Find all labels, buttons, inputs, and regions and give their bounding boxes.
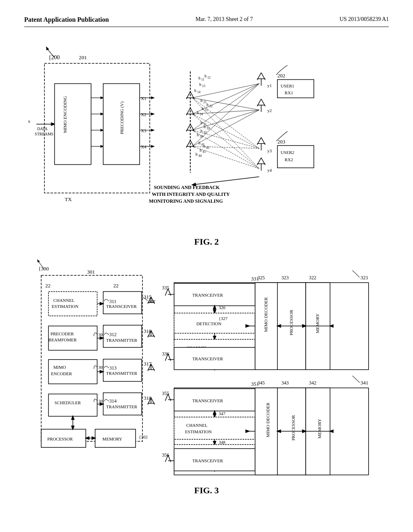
svg-line-84: [192, 146, 259, 168]
svg-text:h: h: [200, 98, 202, 103]
svg-text:DETECTION: DETECTION: [196, 321, 221, 326]
svg-text:h: h: [196, 152, 198, 156]
svg-text:MEMORY: MEMORY: [317, 419, 322, 438]
svg-text:USER2: USER2: [281, 150, 294, 155]
svg-text:348: 348: [219, 440, 225, 445]
svg-text:SOUNDING AND FEEDBACK: SOUNDING AND FEEDBACK: [154, 185, 220, 190]
svg-text:s: s: [28, 118, 30, 124]
svg-text:X2: X2: [141, 112, 146, 117]
svg-text:{300: {300: [38, 266, 49, 272]
svg-text:22: 22: [113, 283, 119, 289]
svg-text:356: 356: [162, 452, 169, 458]
svg-text:y4: y4: [267, 168, 272, 172]
svg-text:STREAMS: STREAMS: [35, 132, 53, 136]
svg-text:ENCODER: ENCODER: [51, 371, 72, 376]
svg-text:347: 347: [219, 411, 225, 416]
svg-text:325: 325: [258, 275, 265, 281]
svg-text:SCHEDULER: SCHEDULER: [54, 400, 81, 405]
svg-text:202: 202: [277, 73, 286, 79]
svg-text:MEMORY: MEMORY: [102, 436, 122, 441]
svg-rect-8: [54, 83, 91, 164]
svg-text:311: 311: [109, 299, 117, 304]
fig2-area: {200 201 TX s DATA STREAMS MIMO ENCODING: [24, 39, 389, 247]
svg-text:h: h: [199, 82, 201, 87]
svg-text:{302: {302: [139, 434, 148, 439]
svg-text:MIMO DECODER: MIMO DECODER: [263, 297, 268, 332]
svg-text:322: 322: [309, 275, 316, 281]
svg-text:TX: TX: [65, 196, 72, 202]
svg-text:WITH INTEGRITY AND QUALITY: WITH INTEGRITY AND QUALITY: [152, 191, 230, 197]
svg-text:21: 21: [203, 100, 206, 104]
svg-text:h: h: [206, 102, 209, 107]
header-right: US 2013/0058239 A1: [340, 16, 389, 23]
header-center: Mar. 7, 2013 Sheet 2 of 7: [196, 16, 253, 23]
svg-text:PROCESSOR: PROCESSOR: [291, 415, 296, 441]
svg-text:317: 317: [144, 361, 152, 367]
svg-text:TRANSCEIVER: TRANSCEIVER: [192, 458, 223, 463]
svg-text:h: h: [194, 88, 196, 93]
svg-text:ESTIMATION: ESTIMATION: [52, 304, 78, 309]
svg-text:h: h: [200, 148, 202, 152]
svg-text:ESTIMATION: ESTIMATION: [185, 429, 212, 434]
svg-text:PROCESSOR: PROCESSOR: [289, 310, 294, 335]
svg-text:h: h: [198, 76, 200, 80]
svg-text:MIMO ENCODING: MIMO ENCODING: [63, 96, 67, 133]
svg-text:342: 342: [309, 380, 316, 386]
svg-text:TRANSMITTER: TRANSMITTER: [106, 338, 138, 343]
svg-text:RX2: RX2: [285, 157, 293, 162]
svg-text:24: 24: [200, 112, 203, 116]
fig2-label: FIG. 2: [24, 237, 389, 247]
svg-text:DATA: DATA: [37, 127, 48, 131]
svg-text:326: 326: [219, 305, 225, 310]
svg-text:X1: X1: [141, 96, 146, 101]
svg-text:y2: y2: [267, 108, 272, 113]
svg-rect-110: [277, 145, 314, 168]
svg-text:355: 355: [162, 391, 169, 396]
svg-text:PRECODER: PRECODER: [50, 331, 74, 336]
svg-text:314: 314: [109, 398, 117, 404]
svg-text:345: 345: [258, 380, 265, 386]
svg-line-116: [192, 177, 259, 185]
svg-text:MONITORING AND SIGNALING: MONITORING AND SIGNALING: [149, 198, 223, 204]
fig3-svg: {300 301 22 22 307 CHANNEL ESTIMATION 30…: [24, 255, 389, 482]
fig2-svg: {200 201 TX s DATA STREAMS MIMO ENCODING: [24, 39, 389, 233]
svg-text:PROCESSOR: PROCESSOR: [47, 436, 73, 441]
svg-text:341: 341: [361, 380, 369, 386]
svg-text:MIMO DECODER: MIMO DECODER: [265, 402, 270, 437]
svg-text:313: 313: [109, 365, 117, 371]
svg-text:11: 11: [201, 78, 204, 81]
svg-text:44: 44: [198, 154, 202, 158]
svg-text:CHANNEL: CHANNEL: [53, 298, 75, 303]
svg-text:{200: {200: [48, 54, 60, 60]
header-left: Patent Application Publication: [24, 16, 109, 23]
svg-text:y3: y3: [267, 148, 272, 153]
svg-text:TRANSCEIVER: TRANSCEIVER: [192, 293, 223, 298]
svg-text:USER1: USER1: [281, 83, 294, 88]
svg-text:RX1: RX1: [285, 90, 293, 95]
svg-text:CHANNEL: CHANNEL: [186, 423, 208, 428]
svg-text:301: 301: [87, 269, 95, 275]
fig3-area: {300 301 22 22 307 CHANNEL ESTIMATION 30…: [24, 255, 389, 495]
svg-text:BEAMFOMER: BEAMFOMER: [48, 337, 77, 342]
svg-rect-96: [277, 79, 314, 98]
svg-text:323: 323: [282, 275, 289, 281]
svg-text:TRANSCEIVER: TRANSCEIVER: [192, 398, 223, 403]
svg-text:X4: X4: [141, 144, 146, 149]
svg-text:321: 321: [361, 274, 369, 281]
svg-text:MEMORY: MEMORY: [315, 314, 320, 333]
svg-text:TRANSMITTER: TRANSMITTER: [106, 371, 138, 376]
svg-text:TRANSMITTER: TRANSMITTER: [106, 404, 138, 409]
page: Patent Application Publication Mar. 7, 2…: [0, 0, 413, 532]
svg-line-78: [192, 98, 259, 169]
svg-text:201: 201: [79, 54, 87, 60]
svg-rect-134: [48, 394, 97, 416]
svg-text:X3: X3: [141, 128, 146, 133]
page-header: Patent Application Publication Mar. 7, 2…: [24, 16, 389, 27]
svg-text:312: 312: [109, 332, 117, 337]
svg-text:PRECODING (V): PRECODING (V): [119, 102, 125, 135]
svg-text:MIMO: MIMO: [53, 365, 66, 370]
svg-rect-230: [174, 417, 255, 439]
svg-text:343: 343: [282, 380, 289, 386]
svg-text:42: 42: [206, 146, 209, 150]
svg-text:336: 336: [162, 351, 169, 357]
